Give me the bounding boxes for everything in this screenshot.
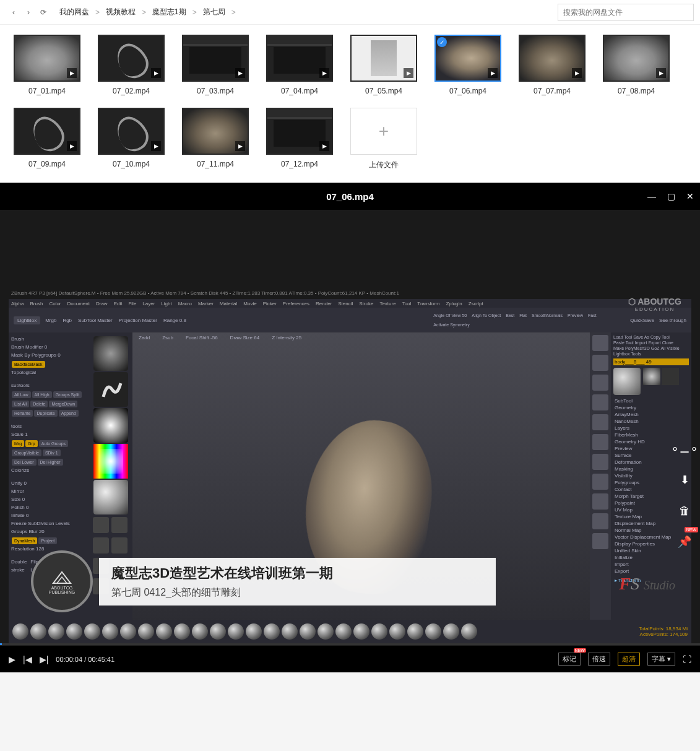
slider-label: Zsub [162,335,173,341]
watermark: ⬡ ABOUTCG EDUCATION [628,297,681,312]
panel-button: Auto Groups [39,440,68,447]
panel-button: Export [648,341,660,345]
play-overlay-icon: ▶ [319,141,329,151]
file-item[interactable]: ▶07_03.mp4 [176,35,255,95]
tools-section: tools [11,422,87,430]
header-item: SubTool Master [78,318,113,323]
file-grid: ▶07_01.mp4▶07_02.mp4▶07_03.mp4▶07_04.mp4… [0,25,700,183]
tool-icon [592,474,608,490]
crumb-sep: > [138,8,150,17]
file-name: 07_12.mp4 [260,160,339,168]
maximize-icon[interactable]: ▢ [667,191,675,201]
material-ball [300,623,316,640]
file-item[interactable]: ▶07_09.mp4 [7,108,87,170]
crumb[interactable]: 第七周 [201,7,228,17]
file-item[interactable]: ▶07_11.mp4 [176,108,255,170]
file-item[interactable]: ▶07_02.mp4 [92,35,171,95]
menu-item: Tool [402,301,412,306]
groups-label: Groups Blur 20 [11,527,87,536]
file-name: 07_07.mp4 [512,87,592,95]
project-button: Project [38,537,57,544]
freeze-label: Freeze SubDivision Levels [11,519,87,527]
panel-button: Del Higher [38,459,63,466]
menu-item: Texture [379,301,395,306]
panel-button: Make PolyMesh3D [613,346,650,350]
nav-forward[interactable]: › [21,5,36,20]
header-item: Mrgb [45,318,56,323]
file-name: 07_10.mp4 [92,160,171,168]
play-overlay-icon: ▶ [235,68,245,78]
tool-icon [592,335,608,351]
mirror-label: Mirror [11,487,87,495]
scale-label: Scale 1 [11,430,87,438]
panel-button: MergeDown [49,401,77,407]
play-icon[interactable]: ▶ [9,654,15,664]
header-item: Flat [519,313,527,318]
crumb[interactable]: 我的网盘 [57,7,92,17]
thumbnail: ▶ [266,35,333,82]
file-item[interactable]: ▶07_01.mp4 [7,35,87,95]
total-points: TotalPoints: 18,934 Mi [639,626,688,632]
tool-icon [592,394,608,410]
crumb[interactable]: 视频教程 [103,7,138,17]
download-icon[interactable]: ⬇ [675,470,694,490]
search-input[interactable] [558,4,694,21]
panel-button: SDiv 1 [43,449,61,456]
fullscreen-icon[interactable]: ⛶ [683,654,691,664]
logo-text-top: ABOUTCG [51,586,73,590]
thumbnail: ▶ [519,35,585,82]
backfacemask-button: BackfaceMask [12,361,45,368]
share-icon[interactable]: ⚬⚊⚬ [675,439,694,459]
minimize-icon[interactable]: — [647,191,656,201]
material-ball [461,623,477,640]
file-item[interactable]: ▶07_08.mp4 [597,35,676,95]
menu-item: Zscript [469,301,483,306]
play-overlay-icon: ▶ [151,68,161,78]
play-overlay-icon: ▶ [67,141,77,151]
time-display: 00:00:04 / 00:45:41 [56,656,115,663]
panel-button: Append [59,410,79,417]
file-name: 07_11.mp4 [176,160,255,168]
file-item[interactable]: ▶07_12.mp4 [260,108,339,170]
nav-back[interactable]: ‹ [6,5,21,20]
video-area[interactable]: ZBrush 4R7 P3 [x64] DefaultSphere.M • Fr… [0,210,700,643]
quicksave-label: QuickSave [630,318,654,323]
material-ball [246,623,262,640]
upload-icon: + [350,108,417,155]
menu-item: Color [49,301,61,306]
file-item[interactable]: ▶07_07.mp4 [512,35,592,95]
tool-icon [592,434,608,450]
prev-icon[interactable]: |◀ [23,654,32,664]
panel-button: Grp [25,440,38,447]
next-icon[interactable]: ▶| [40,654,49,664]
header-item: Fast [588,313,597,318]
file-item[interactable]: ▶07_05.mp4 [344,35,423,95]
panel-button: Visible [667,346,680,350]
active-points: ActivePoints: 174,109 [639,632,688,637]
subtitle-button[interactable]: 字幕 ▾ [647,653,675,666]
play-overlay-icon: ▶ [488,68,498,78]
progress-bar[interactable] [0,643,700,645]
upload-button[interactable]: +上传文件 [344,108,423,170]
pin-icon[interactable]: 📌NEW [675,532,694,552]
file-item[interactable]: ▶07_04.mp4 [260,35,339,95]
mark-button[interactable]: 标记NEW [558,653,581,666]
zbrush-menu: AlphaBrushColorDocumentDrawEditFileLayer… [9,299,691,308]
file-item[interactable]: ▶07_10.mp4 [92,108,171,170]
breadcrumb: 我的网盘>视频教程>魔型志1期>第七周> [57,7,558,17]
tool-icon [592,513,608,529]
crumb[interactable]: 魔型志1期 [150,7,189,17]
header-item: Projection Master [119,318,157,323]
close-icon[interactable]: ✕ [686,191,694,201]
file-name: 07_01.mp4 [7,87,87,95]
stroke-preview [93,372,128,407]
delete-icon[interactable]: 🗑 [675,501,694,521]
speed-button[interactable]: 倍速 [588,653,610,666]
thumbnail: ▶ [182,35,249,82]
nav-refresh[interactable]: ⟳ [36,5,51,20]
tool-icon [592,414,608,430]
material-ball [443,623,459,640]
brush-preview [93,336,128,371]
quality-button[interactable]: 超清 [618,653,640,666]
file-item[interactable]: ✓▶07_06.mp4 [428,35,508,95]
